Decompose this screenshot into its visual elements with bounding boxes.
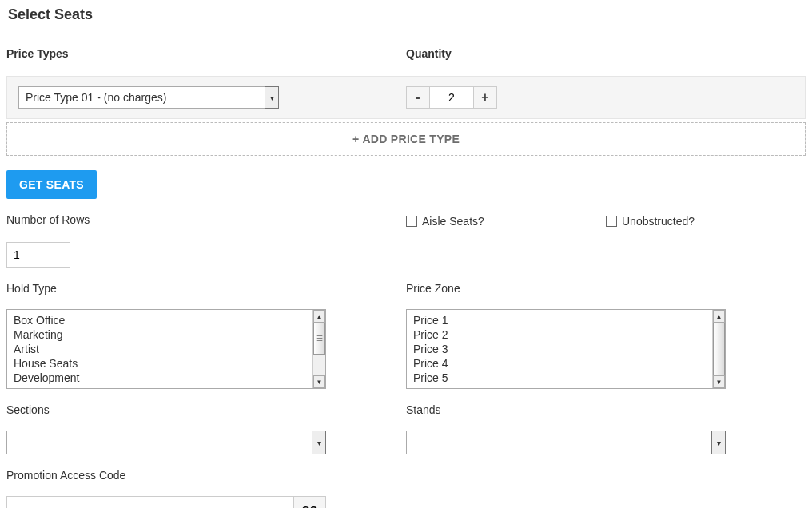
add-price-type-label: ADD PRICE TYPE [362,133,460,145]
grip-icon: ☰ [316,338,323,340]
number-of-rows-input[interactable] [6,242,70,268]
scroll-thumb[interactable]: ☰ [313,323,325,355]
number-of-rows-label: Number of Rows [6,213,406,226]
quantity-minus-button[interactable]: - [406,86,430,109]
list-item[interactable]: Box Office [12,313,308,327]
promotion-code-label: Promotion Access Code [6,469,406,482]
add-price-type-button[interactable]: +ADD PRICE TYPE [6,122,806,156]
chevron-down-icon[interactable]: ▾ [312,431,326,454]
quantity-plus-button[interactable]: + [473,86,497,109]
get-seats-button[interactable]: GET SEATS [6,170,97,199]
stands-label: Stands [406,403,806,416]
chevron-down-icon[interactable]: ▾ [711,431,726,454]
quantity-stepper: - + [406,86,797,109]
price-zone-label: Price Zone [406,282,806,295]
price-type-value: Price Type 01 - (no charges) [18,86,265,109]
price-zone-listbox[interactable]: Price 1 Price 2 Price 3 Price 4 Price 5 … [406,309,726,389]
aisle-seats-label: Aisle Seats? [422,215,484,228]
list-item[interactable]: Price 4 [412,356,707,371]
scroll-up-icon[interactable]: ▲ [313,310,325,323]
promotion-code-input[interactable] [6,496,294,508]
scroll-down-icon[interactable]: ▼ [313,375,325,388]
list-item[interactable]: Price 2 [412,327,707,342]
list-item[interactable]: Price 1 [412,313,707,327]
go-button[interactable]: GO [294,496,326,508]
scroll-thumb[interactable] [713,323,725,375]
price-quantity-panel: Price Type 01 - (no charges) ▾ - + [6,76,806,119]
sections-label: Sections [6,403,406,416]
unobstructed-label: Unobstructed? [622,215,695,228]
hold-type-listbox[interactable]: Box Office Marketing Artist House Seats … [6,309,326,389]
sections-select[interactable]: ▾ [6,431,326,454]
scrollbar[interactable]: ▲ ☰ ▼ [312,310,325,388]
scroll-down-icon[interactable]: ▼ [713,375,725,388]
quantity-label: Quantity [406,47,806,60]
unobstructed-checkbox[interactable] [606,216,617,227]
scrollbar[interactable]: ▲ ▼ [712,310,725,388]
stands-select[interactable]: ▾ [406,431,726,454]
price-type-select[interactable]: Price Type 01 - (no charges) ▾ [18,86,279,109]
list-item[interactable]: Artist [12,342,308,356]
list-item[interactable]: Marketing [12,327,308,342]
list-item[interactable]: House Seats [12,356,308,371]
plus-icon: + [352,133,359,145]
price-types-label: Price Types [6,47,406,60]
page-title: Select Seats [6,6,806,23]
scroll-up-icon[interactable]: ▲ [713,310,725,323]
list-item[interactable]: Price 3 [412,342,707,356]
quantity-input[interactable] [429,86,474,109]
list-item[interactable]: Price 5 [412,371,707,385]
chevron-down-icon[interactable]: ▾ [265,86,279,109]
aisle-seats-checkbox[interactable] [406,216,417,227]
hold-type-label: Hold Type [6,282,406,295]
list-item[interactable]: Development [12,371,308,385]
